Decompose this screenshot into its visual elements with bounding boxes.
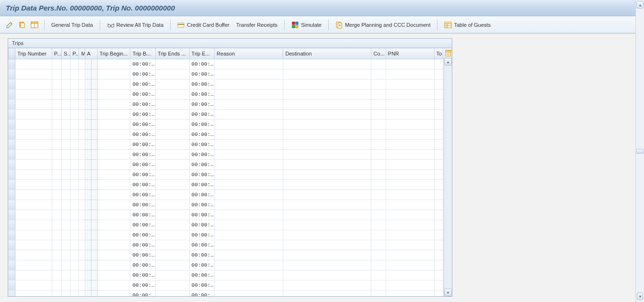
table-row[interactable]: 00:00:…00:00:… <box>9 110 452 120</box>
row-selector[interactable] <box>9 250 15 260</box>
cell-trip-ends[interactable] <box>155 100 189 110</box>
cell-trip-b[interactable]: 00:00:… <box>130 79 156 89</box>
cell-a2[interactable] <box>91 190 97 200</box>
cell-destination[interactable] <box>283 130 371 140</box>
cell-trip-number[interactable] <box>15 220 52 230</box>
cell-a2[interactable] <box>91 230 97 240</box>
cell-reason[interactable] <box>215 190 283 200</box>
cell-trip-begins[interactable] <box>97 120 130 130</box>
cell-trip-begins[interactable] <box>97 250 130 260</box>
cell-trip-e[interactable]: 00:00:… <box>189 270 215 280</box>
cell-co[interactable] <box>371 190 386 200</box>
cell-p2[interactable] <box>70 89 79 100</box>
cell-p2[interactable] <box>70 240 79 250</box>
cell-trip-b[interactable]: 00:00:… <box>130 89 156 100</box>
cell-trip-begins[interactable] <box>97 291 130 297</box>
cell-reason[interactable] <box>215 59 283 69</box>
row-selector[interactable] <box>9 140 15 150</box>
table-row[interactable]: 00:00:…00:00:… <box>9 291 452 297</box>
cell-a1[interactable] <box>85 190 91 200</box>
cell-p2[interactable] <box>70 59 79 69</box>
table-row[interactable]: 00:00:…00:00:… <box>9 79 452 89</box>
cell-pnr[interactable] <box>386 210 434 220</box>
cell-trip-e[interactable]: 00:00:… <box>189 180 215 190</box>
cell-p1[interactable] <box>52 280 61 291</box>
cell-trip-begins[interactable] <box>97 240 130 250</box>
cell-a1[interactable] <box>85 200 91 210</box>
row-selector[interactable] <box>9 270 15 280</box>
cell-trip-ends[interactable] <box>155 190 189 200</box>
cell-trip-b[interactable]: 00:00:… <box>130 130 156 140</box>
row-selector[interactable] <box>9 130 15 140</box>
cell-destination[interactable] <box>283 230 371 240</box>
cell-p1[interactable] <box>52 240 61 250</box>
cell-pnr[interactable] <box>386 89 434 100</box>
cell-to[interactable] <box>434 130 443 140</box>
cell-trip-b[interactable]: 00:00:… <box>130 59 156 69</box>
col-p2[interactable]: P.. <box>70 48 79 59</box>
cell-trip-b[interactable]: 00:00:… <box>130 230 156 240</box>
cell-p2[interactable] <box>70 150 79 160</box>
table-row[interactable]: 00:00:…00:00:… <box>9 69 452 79</box>
cell-pnr[interactable] <box>386 250 434 260</box>
table-row[interactable]: 00:00:…00:00:… <box>9 250 452 260</box>
cell-trip-begins[interactable] <box>97 200 130 210</box>
cell-destination[interactable] <box>283 120 371 130</box>
cell-trip-b[interactable]: 00:00:… <box>130 160 156 170</box>
cell-p2[interactable] <box>70 291 79 297</box>
cell-trip-begins[interactable] <box>97 150 130 160</box>
cell-trip-number[interactable] <box>15 180 52 190</box>
cell-s[interactable] <box>62 130 70 140</box>
cell-trip-ends[interactable] <box>155 220 189 230</box>
cell-m[interactable] <box>79 220 85 230</box>
table-row[interactable]: 00:00:…00:00:… <box>9 59 452 69</box>
window-scroll-up-button[interactable]: ▴ <box>636 1 644 9</box>
cell-trip-ends[interactable] <box>155 120 189 130</box>
cell-m[interactable] <box>79 79 85 89</box>
cell-pnr[interactable] <box>386 200 434 210</box>
cell-trip-e[interactable]: 00:00:… <box>189 291 215 297</box>
cell-destination[interactable] <box>283 280 371 291</box>
cell-a2[interactable] <box>91 89 97 100</box>
cell-to[interactable] <box>434 190 443 200</box>
col-trip-e[interactable]: Trip E... <box>189 48 215 59</box>
cell-trip-e[interactable]: 00:00:… <box>189 79 215 89</box>
general-trip-data-button[interactable]: General Trip Data <box>48 19 96 31</box>
cell-p1[interactable] <box>52 170 61 180</box>
cell-to[interactable] <box>434 240 443 250</box>
cell-m[interactable] <box>79 280 85 291</box>
cell-a1[interactable] <box>85 210 91 220</box>
cell-s[interactable] <box>62 291 70 297</box>
cell-s[interactable] <box>62 280 70 291</box>
cell-trip-e[interactable]: 00:00:… <box>189 160 215 170</box>
cell-co[interactable] <box>371 100 386 110</box>
cell-p2[interactable] <box>70 110 79 120</box>
cell-m[interactable] <box>79 100 85 110</box>
cell-trip-b[interactable]: 00:00:… <box>130 280 156 291</box>
cell-trip-number[interactable] <box>15 140 52 150</box>
cell-s[interactable] <box>62 230 70 240</box>
merge-planning-button[interactable]: Merge Planning and CCC Document <box>333 19 434 31</box>
cell-p1[interactable] <box>52 100 61 110</box>
cell-pnr[interactable] <box>386 160 434 170</box>
row-selector[interactable] <box>9 260 15 270</box>
col-trip-b[interactable]: Trip B... <box>130 48 156 59</box>
cell-trip-ends[interactable] <box>155 270 189 280</box>
review-all-trip-data-button[interactable]: Review All Trip Data <box>104 19 166 31</box>
cell-to[interactable] <box>434 140 443 150</box>
cell-a2[interactable] <box>91 291 97 297</box>
cell-p1[interactable] <box>52 270 61 280</box>
cell-trip-e[interactable]: 00:00:… <box>189 120 215 130</box>
col-trip-begins[interactable]: Trip Begin... <box>97 48 130 59</box>
cell-reason[interactable] <box>215 130 283 140</box>
cell-a2[interactable] <box>91 150 97 160</box>
table-row[interactable]: 00:00:…00:00:… <box>9 160 452 170</box>
col-p1[interactable]: P... <box>52 48 61 59</box>
simulate-button[interactable]: Simulate <box>288 19 324 31</box>
cell-a2[interactable] <box>91 280 97 291</box>
cell-p2[interactable] <box>70 69 79 79</box>
cell-a2[interactable] <box>91 130 97 140</box>
cell-to[interactable] <box>434 160 443 170</box>
cell-trip-b[interactable]: 00:00:… <box>130 260 156 270</box>
row-selector[interactable] <box>9 100 15 110</box>
